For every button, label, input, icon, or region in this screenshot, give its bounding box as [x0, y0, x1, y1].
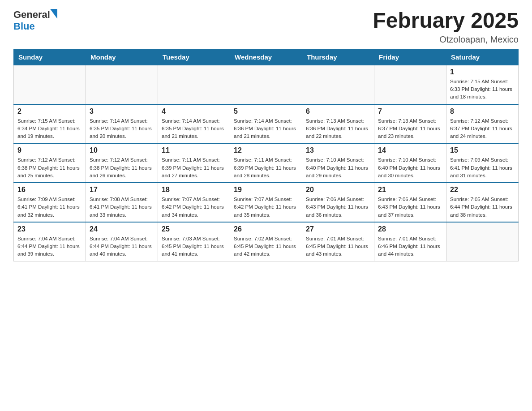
- calendar-cell: 14Sunrise: 7:10 AM Sunset: 6:40 PM Dayli…: [374, 143, 446, 183]
- day-number: 26: [234, 225, 298, 233]
- calendar-header-sunday: Sunday: [14, 49, 86, 65]
- calendar-cell: [374, 65, 446, 104]
- calendar-cell: 15Sunrise: 7:09 AM Sunset: 6:41 PM Dayli…: [446, 143, 519, 183]
- day-info: Sunrise: 7:03 AM Sunset: 6:45 PM Dayligh…: [162, 235, 226, 258]
- calendar-cell: 12Sunrise: 7:11 AM Sunset: 6:39 PM Dayli…: [230, 143, 302, 183]
- calendar-cell: 5Sunrise: 7:14 AM Sunset: 6:36 PM Daylig…: [230, 104, 302, 144]
- calendar-cell: 7Sunrise: 7:13 AM Sunset: 6:37 PM Daylig…: [374, 104, 446, 144]
- calendar-cell: 22Sunrise: 7:05 AM Sunset: 6:44 PM Dayli…: [446, 183, 519, 222]
- logo: General Blue: [13, 9, 57, 32]
- day-info: Sunrise: 7:01 AM Sunset: 6:46 PM Dayligh…: [378, 235, 442, 258]
- day-number: 11: [162, 146, 226, 154]
- calendar-cell: 24Sunrise: 7:04 AM Sunset: 6:44 PM Dayli…: [86, 222, 158, 261]
- logo-general: General: [13, 9, 50, 21]
- calendar-cell: 9Sunrise: 7:12 AM Sunset: 6:38 PM Daylig…: [14, 143, 86, 183]
- calendar-header-monday: Monday: [86, 49, 158, 65]
- calendar-cell: 4Sunrise: 7:14 AM Sunset: 6:35 PM Daylig…: [158, 104, 230, 144]
- calendar-cell: [86, 65, 158, 104]
- day-number: 15: [450, 146, 515, 154]
- calendar-cell: 20Sunrise: 7:06 AM Sunset: 6:43 PM Dayli…: [302, 183, 374, 222]
- day-number: 7: [378, 107, 442, 116]
- calendar-cell: 28Sunrise: 7:01 AM Sunset: 6:46 PM Dayli…: [374, 222, 446, 261]
- calendar-cell: 18Sunrise: 7:07 AM Sunset: 6:42 PM Dayli…: [158, 183, 230, 222]
- day-number: 5: [234, 107, 298, 116]
- day-number: 4: [162, 107, 226, 116]
- month-title: February 2025: [373, 9, 519, 33]
- day-info: Sunrise: 7:06 AM Sunset: 6:43 PM Dayligh…: [378, 196, 442, 219]
- day-number: 19: [234, 186, 298, 194]
- day-info: Sunrise: 7:14 AM Sunset: 6:35 PM Dayligh…: [90, 117, 154, 141]
- day-info: Sunrise: 7:11 AM Sunset: 6:39 PM Dayligh…: [162, 156, 226, 180]
- day-info: Sunrise: 7:12 AM Sunset: 6:38 PM Dayligh…: [17, 156, 82, 180]
- calendar-cell: 17Sunrise: 7:08 AM Sunset: 6:41 PM Dayli…: [86, 183, 158, 222]
- day-number: 21: [378, 186, 442, 194]
- calendar-cell: 2Sunrise: 7:15 AM Sunset: 6:34 PM Daylig…: [14, 104, 86, 144]
- calendar-cell: [230, 65, 302, 104]
- day-number: 1: [450, 68, 515, 76]
- day-number: 17: [90, 186, 154, 194]
- day-number: 23: [17, 225, 82, 233]
- calendar-header-wednesday: Wednesday: [230, 49, 302, 65]
- day-number: 3: [90, 107, 154, 116]
- day-info: Sunrise: 7:12 AM Sunset: 6:37 PM Dayligh…: [450, 117, 515, 141]
- calendar-header-thursday: Thursday: [302, 49, 374, 65]
- day-number: 16: [17, 186, 82, 194]
- day-info: Sunrise: 7:15 AM Sunset: 6:34 PM Dayligh…: [17, 117, 82, 141]
- day-info: Sunrise: 7:06 AM Sunset: 6:43 PM Dayligh…: [306, 196, 370, 219]
- day-number: 27: [306, 225, 370, 233]
- calendar-cell: [158, 65, 230, 104]
- day-number: 2: [17, 107, 82, 116]
- calendar-cell: 16Sunrise: 7:09 AM Sunset: 6:41 PM Dayli…: [14, 183, 86, 222]
- calendar-table: SundayMondayTuesdayWednesdayThursdayFrid…: [13, 49, 519, 261]
- day-info: Sunrise: 7:10 AM Sunset: 6:40 PM Dayligh…: [378, 156, 442, 180]
- day-info: Sunrise: 7:13 AM Sunset: 6:37 PM Dayligh…: [378, 117, 442, 141]
- calendar-cell: 6Sunrise: 7:13 AM Sunset: 6:36 PM Daylig…: [302, 104, 374, 144]
- day-info: Sunrise: 7:05 AM Sunset: 6:44 PM Dayligh…: [450, 196, 515, 219]
- day-number: 18: [162, 186, 226, 194]
- calendar-cell: 21Sunrise: 7:06 AM Sunset: 6:43 PM Dayli…: [374, 183, 446, 222]
- calendar-cell: [302, 65, 374, 104]
- day-info: Sunrise: 7:04 AM Sunset: 6:44 PM Dayligh…: [17, 235, 82, 258]
- day-number: 22: [450, 186, 515, 194]
- svg-marker-0: [50, 9, 57, 19]
- day-info: Sunrise: 7:04 AM Sunset: 6:44 PM Dayligh…: [90, 235, 154, 258]
- day-info: Sunrise: 7:15 AM Sunset: 6:33 PM Dayligh…: [450, 78, 515, 101]
- calendar-header-friday: Friday: [374, 49, 446, 65]
- calendar-cell: 19Sunrise: 7:07 AM Sunset: 6:42 PM Dayli…: [230, 183, 302, 222]
- calendar-cell: 3Sunrise: 7:14 AM Sunset: 6:35 PM Daylig…: [86, 104, 158, 144]
- location: Otzoloapan, Mexico: [373, 34, 519, 45]
- day-number: 12: [234, 146, 298, 154]
- week-row-2: 9Sunrise: 7:12 AM Sunset: 6:38 PM Daylig…: [14, 143, 519, 183]
- calendar-cell: 8Sunrise: 7:12 AM Sunset: 6:37 PM Daylig…: [446, 104, 519, 144]
- day-number: 10: [90, 146, 154, 154]
- day-info: Sunrise: 7:14 AM Sunset: 6:36 PM Dayligh…: [234, 117, 298, 141]
- day-info: Sunrise: 7:12 AM Sunset: 6:38 PM Dayligh…: [90, 156, 154, 180]
- day-number: 24: [90, 225, 154, 233]
- week-row-3: 16Sunrise: 7:09 AM Sunset: 6:41 PM Dayli…: [14, 183, 519, 222]
- day-info: Sunrise: 7:07 AM Sunset: 6:42 PM Dayligh…: [162, 196, 226, 219]
- day-number: 20: [306, 186, 370, 194]
- calendar-header-tuesday: Tuesday: [158, 49, 230, 65]
- calendar-header-saturday: Saturday: [446, 49, 519, 65]
- calendar-cell: 27Sunrise: 7:01 AM Sunset: 6:45 PM Dayli…: [302, 222, 374, 261]
- calendar-cell: 23Sunrise: 7:04 AM Sunset: 6:44 PM Dayli…: [14, 222, 86, 261]
- calendar-header-row: SundayMondayTuesdayWednesdayThursdayFrid…: [14, 49, 519, 65]
- day-info: Sunrise: 7:02 AM Sunset: 6:45 PM Dayligh…: [234, 235, 298, 258]
- day-info: Sunrise: 7:09 AM Sunset: 6:41 PM Dayligh…: [450, 156, 515, 180]
- day-info: Sunrise: 7:08 AM Sunset: 6:41 PM Dayligh…: [90, 196, 154, 219]
- day-number: 25: [162, 225, 226, 233]
- week-row-4: 23Sunrise: 7:04 AM Sunset: 6:44 PM Dayli…: [14, 222, 519, 261]
- calendar-cell: 26Sunrise: 7:02 AM Sunset: 6:45 PM Dayli…: [230, 222, 302, 261]
- day-info: Sunrise: 7:10 AM Sunset: 6:40 PM Dayligh…: [306, 156, 370, 180]
- week-row-0: 1Sunrise: 7:15 AM Sunset: 6:33 PM Daylig…: [14, 65, 519, 104]
- calendar-cell: 25Sunrise: 7:03 AM Sunset: 6:45 PM Dayli…: [158, 222, 230, 261]
- day-info: Sunrise: 7:14 AM Sunset: 6:35 PM Dayligh…: [162, 117, 226, 141]
- logo-blue: Blue: [13, 21, 35, 32]
- day-info: Sunrise: 7:13 AM Sunset: 6:36 PM Dayligh…: [306, 117, 370, 141]
- day-number: 13: [306, 146, 370, 154]
- calendar-cell: 13Sunrise: 7:10 AM Sunset: 6:40 PM Dayli…: [302, 143, 374, 183]
- logo-triangle-icon: [50, 9, 57, 19]
- day-info: Sunrise: 7:07 AM Sunset: 6:42 PM Dayligh…: [234, 196, 298, 219]
- calendar-cell: [446, 222, 519, 261]
- day-info: Sunrise: 7:09 AM Sunset: 6:41 PM Dayligh…: [17, 196, 82, 219]
